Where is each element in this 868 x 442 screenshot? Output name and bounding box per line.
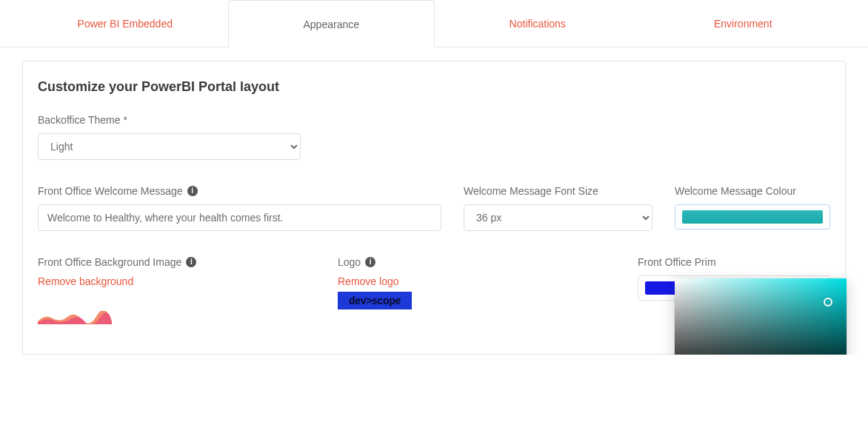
appearance-panel: Customize your PowerBI Portal layout Bac… [22,61,846,355]
colour-swatch [682,210,823,224]
logo-label-text: Logo [338,256,361,268]
background-image-label-text: Front Office Background Image [38,256,181,268]
saturation-value-area[interactable] [675,278,847,355]
info-icon[interactable]: i [365,257,375,267]
welcome-message-label-text: Front Office Welcome Message [38,185,183,197]
remove-logo-link[interactable]: Remove logo [338,275,399,287]
color-picker-popover: HEX [675,278,847,355]
backoffice-theme-select[interactable]: Light [38,133,301,160]
background-thumbnail [38,311,112,324]
tab-bar: Power BI Embedded Appearance Notificatio… [0,0,868,47]
tab-appearance[interactable]: Appearance [228,0,435,47]
tab-environment[interactable]: Environment [641,0,847,47]
welcome-message-colour-label: Welcome Message Colour [675,185,830,197]
info-icon[interactable]: i [187,186,198,196]
info-icon[interactable]: i [186,257,196,267]
tab-power-bi-embedded[interactable]: Power BI Embedded [22,0,228,47]
page-title: Customize your PowerBI Portal layout [38,79,830,95]
sv-cursor[interactable] [824,298,832,307]
welcome-message-colour-input[interactable] [675,204,830,230]
backoffice-theme-label: Backoffice Theme * [38,114,301,126]
welcome-message-input[interactable] [38,204,441,231]
welcome-message-label: Front Office Welcome Message i [38,185,441,197]
logo-label: Logo i [338,256,615,268]
remove-background-link[interactable]: Remove background [38,275,133,287]
welcome-font-size-select[interactable]: 36 px [464,204,652,231]
logo-thumbnail: dev>scope [338,292,412,309]
background-image-label: Front Office Background Image i [38,256,316,268]
tab-notifications[interactable]: Notifications [435,0,641,47]
welcome-font-size-label: Welcome Message Font Size [464,185,652,197]
primary-colour-label: Front Office Prim [638,256,830,268]
